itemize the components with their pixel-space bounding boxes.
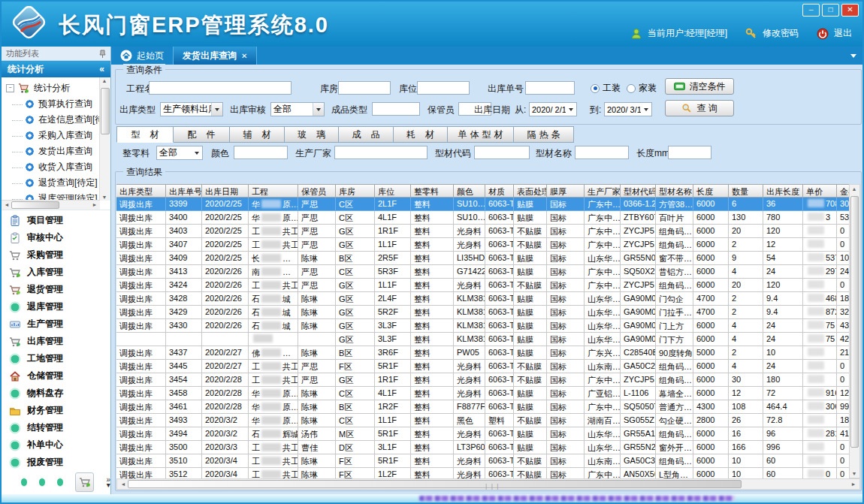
- sidebar-menu-item[interactable]: 补单中心: [2, 436, 110, 454]
- sidebar-menu-item[interactable]: 仓储管理: [2, 367, 110, 385]
- results-horizontal-scrollbar[interactable]: ◄ ❘❘❘ ►: [116, 478, 860, 490]
- combo-arrow-icon[interactable]: [192, 146, 202, 159]
- module-dot-icon[interactable]: [39, 478, 45, 487]
- table-row[interactable]: 调拨出库34372020/2/27佛…陈琳B区3R6F整料PW056063-T5…: [116, 346, 850, 360]
- tree-root[interactable]: − 统计分析: [2, 80, 110, 96]
- table-row[interactable]: 调拨出库34582020/2/28华原…陈琳C区4L1F整料光身料6063-T5…: [116, 387, 850, 400]
- tree-vertical-scrollbar[interactable]: ▲ ▼: [99, 77, 110, 201]
- material-tab-0[interactable]: 型材: [116, 126, 174, 143]
- sidebar-menu-item[interactable]: 财务管理: [2, 402, 110, 419]
- sidebar-menu-item[interactable]: 采购管理: [2, 246, 110, 264]
- column-header[interactable]: 库位: [375, 184, 411, 198]
- tab-list-dropdown-icon[interactable]: [850, 54, 856, 58]
- column-header[interactable]: 单价: [803, 184, 837, 198]
- collapse-icon[interactable]: «: [99, 61, 104, 77]
- results-vertical-scrollbar[interactable]: ▲ ▼: [849, 184, 860, 478]
- material-tab-4[interactable]: 成品: [339, 126, 394, 143]
- tree-item[interactable]: 采购入库查询: [2, 128, 110, 143]
- sidebar-menu-item[interactable]: 项目管理: [2, 212, 110, 229]
- module-dot-icon[interactable]: [21, 478, 27, 487]
- table-row[interactable]: 调拨出库34302020/2/26石城陈琳G区3L3F整料KLM38176063…: [116, 319, 850, 333]
- outbound-no-input[interactable]: [525, 81, 575, 95]
- sidebar-menu-item[interactable]: 审核中心: [2, 229, 110, 246]
- sidebar-menu-item[interactable]: 入库管理: [2, 264, 110, 281]
- table-row[interactable]: 调拨出库34932020/3/2华原…陈琳C区1L1F整料黑色塑料不贴膜国标湖南…: [116, 414, 850, 427]
- table-row[interactable]: 调拨出库35002020/3/3工共工程曹佳D区3L1F整料LT3P606063…: [116, 441, 850, 454]
- combo-arrow-icon[interactable]: [211, 103, 222, 116]
- factory-input[interactable]: [334, 146, 427, 159]
- date-arrow-icon[interactable]: [566, 103, 576, 116]
- sidebar-menu-item[interactable]: 生产管理: [2, 315, 110, 333]
- tree-item[interactable]: 预算执行查询: [2, 96, 110, 112]
- table-row[interactable]: 调拨出库34002020/2/25华原…严思C区4L1F整料SU10…6063-…: [116, 211, 850, 225]
- location-input[interactable]: [417, 81, 470, 95]
- material-tab-3[interactable]: 玻璃: [285, 126, 339, 143]
- table-row[interactable]: 调拨出库34132020/2/26南…严思C区5R3F整料G714226063-…: [116, 265, 850, 279]
- change-password-link[interactable]: 修改密码: [763, 27, 799, 40]
- minimize-button[interactable]: [802, 4, 820, 17]
- column-header[interactable]: 型材名称: [656, 184, 693, 198]
- outbound-type-select[interactable]: 生产领料出库: [160, 102, 223, 116]
- tab-close-icon[interactable]: [241, 50, 247, 61]
- overflow-chevron-icon[interactable]: »▾: [106, 477, 110, 487]
- table-row[interactable]: 调拨出库34452020/2/27工共工程严思F区5R1F整料光身料6063-T…: [116, 360, 850, 373]
- tab-shipping-outbound-query[interactable]: 发货出库查询: [173, 47, 257, 65]
- column-header[interactable]: 型材代码: [621, 184, 656, 198]
- outbound-audit-select[interactable]: 全部: [270, 102, 325, 116]
- tree-horizontal-scrollbar[interactable]: ◄ ►: [2, 200, 100, 210]
- logout-link[interactable]: 退出: [834, 27, 852, 40]
- sidebar-menu-item[interactable]: 物料盘存: [2, 385, 110, 402]
- column-header[interactable]: 长度: [693, 184, 729, 198]
- sidebar-menu-item[interactable]: 结转管理: [2, 419, 110, 436]
- table-row[interactable]: 调拨出库34242020/2/26工共工程严思G区1L1F整料光身料6063-T…: [116, 279, 850, 292]
- column-header[interactable]: 库房: [336, 184, 375, 198]
- clear-conditions-button[interactable]: 清空条件: [665, 78, 734, 95]
- tree-toggle-icon[interactable]: −: [6, 84, 14, 92]
- module-cart-button[interactable]: [75, 472, 94, 492]
- date-arrow-icon[interactable]: [641, 103, 651, 116]
- tab-home[interactable]: 起始页: [111, 47, 173, 65]
- table-row[interactable]: 调拨出库34292020/2/26石城陈琳G区5R2F整料KLM38176063…: [116, 306, 850, 319]
- material-tab-1[interactable]: 配件: [174, 126, 230, 143]
- column-header[interactable]: 颜色: [454, 184, 485, 198]
- column-header[interactable]: 材质: [485, 184, 514, 198]
- color-input[interactable]: [234, 146, 288, 159]
- material-tab-2[interactable]: 辅材: [230, 126, 285, 143]
- column-header[interactable]: 整零料: [411, 184, 454, 198]
- combo-arrow-icon[interactable]: [313, 103, 324, 116]
- maximize-button[interactable]: [822, 4, 839, 17]
- column-header[interactable]: 表面处理: [514, 184, 547, 198]
- sidebar-menu-item[interactable]: 退货管理: [2, 281, 110, 298]
- module-dot-icon[interactable]: [57, 478, 63, 487]
- tree-item[interactable]: 收货入库查询: [2, 159, 110, 175]
- radio-selected-icon[interactable]: [591, 84, 600, 93]
- table-row[interactable]: 调拨出库34942020/3/2石辉城汤伟M区5R1F整料光身料6063-T5贴…: [116, 427, 850, 441]
- column-header[interactable]: 出库日期: [202, 184, 249, 198]
- column-header[interactable]: 膜厚: [547, 184, 585, 198]
- column-header[interactable]: 数量: [729, 184, 763, 198]
- project-name-input[interactable]: [149, 81, 292, 95]
- sidebar-menu-item[interactable]: 工地管理: [2, 350, 110, 367]
- table-row[interactable]: 调拨出库34542020/2/28工共工程严思G区1R1F整料光身料6063-T…: [116, 373, 850, 387]
- material-tab-7[interactable]: 隔热条: [514, 126, 574, 143]
- material-tab-5[interactable]: 耗材: [394, 126, 448, 143]
- profile-name-input[interactable]: [575, 146, 629, 159]
- table-row[interactable]: 调拨出库34092020/2/25长…陈琳B区2R5F整料LI35HD6063-…: [116, 252, 850, 265]
- table-row[interactable]: 调拨出库34032020/2/25工共工程严思G区1R1F整料光身料6063-T…: [116, 225, 850, 238]
- tree-item[interactable]: 在途信息查询[待: [2, 112, 110, 128]
- table-row[interactable]: 调拨出库34282020/2/26石城陈琳G区2L4F整料KLM38176063…: [116, 292, 850, 306]
- column-header[interactable]: 生产厂家: [585, 184, 621, 198]
- sidebar-group-header[interactable]: 统计分析 «: [2, 61, 110, 77]
- column-header[interactable]: 保管员: [298, 184, 336, 198]
- search-button[interactable]: 查 询: [665, 100, 734, 116]
- profile-code-input[interactable]: [474, 146, 530, 159]
- table-row[interactable]: 调拨出库34612020/2/28华原…陈琳B区1R2F整料F8877FT606…: [116, 400, 850, 414]
- column-header[interactable]: 出库单号: [166, 184, 202, 198]
- table-row[interactable]: 调拨出库33992020/2/25华原…严思C区2L1F整料SU10…6063-…: [116, 198, 850, 211]
- tree-item[interactable]: 发货出库查询: [2, 143, 110, 159]
- radio-unselected-icon[interactable]: [627, 84, 636, 93]
- date-from-picker[interactable]: 2020/ 2/16: [529, 102, 577, 116]
- table-row[interactable]: 调拨出库35102020/3/4工共工程陈琳F区5R1F整料光身料6063-T5…: [116, 454, 850, 468]
- column-header[interactable]: 出库类型: [116, 184, 166, 198]
- whole-part-select[interactable]: 全部: [156, 146, 203, 160]
